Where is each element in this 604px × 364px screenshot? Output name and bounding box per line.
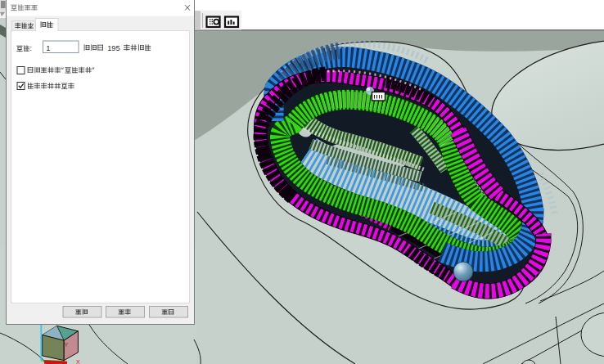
- svg-text:1: 1: [47, 44, 51, 52]
- svg-text::: :: [30, 44, 33, 52]
- svg-text:X: X: [76, 359, 80, 364]
- svg-text:5: 5: [116, 44, 120, 52]
- svg-text:Y: Y: [65, 342, 69, 348]
